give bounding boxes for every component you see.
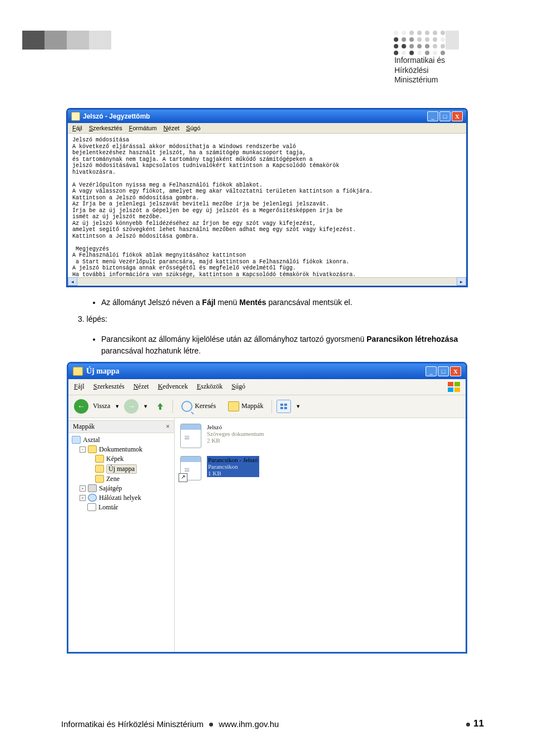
file-type: Szöveges dokumentum	[207, 430, 264, 437]
page-number: 11	[463, 718, 484, 729]
scroll-left-icon[interactable]: ◂	[68, 277, 77, 286]
computer-icon	[88, 484, 97, 492]
expand-icon[interactable]: +	[80, 495, 86, 501]
tree-node-pictures[interactable]: Képek	[72, 454, 171, 464]
instruction-bullet: Az állományt Jelszó néven a Fájl menü Me…	[101, 297, 467, 308]
file-item[interactable]: Jelszó Szöveges dokumentum 2 KB	[180, 424, 460, 448]
menu-item[interactable]: Súgó	[186, 125, 201, 131]
sidebar-title: Mappák	[73, 423, 95, 431]
shortcut-overlay-icon: ↗	[179, 473, 187, 482]
minimize-button[interactable]: _	[427, 111, 438, 121]
file-name: Parancsikon - Jelszó	[208, 456, 258, 463]
file-item-selected[interactable]: ↗ Parancsikon - Jelszó Parancsikon 1 KB	[180, 456, 460, 480]
page-footer: Informatikai és Hírközlési Minisztérium …	[61, 718, 484, 729]
tree-node-desktop[interactable]: Asztal	[72, 435, 171, 445]
up-button[interactable]	[152, 400, 168, 413]
tree-node-newfolder[interactable]: Új mappa	[72, 464, 171, 474]
collapse-icon[interactable]: -	[80, 446, 86, 453]
menu-item[interactable]: Eszközök	[197, 382, 223, 391]
file-list: Jelszó Szöveges dokumentum 2 KB ↗ Paranc…	[175, 418, 466, 652]
notepad-menu: Fájl Szerkesztés Formátum Nézet Súgó	[68, 123, 466, 134]
explorer-toolbar: ← Vissza ▼ → ▼ Keresés Mappák ▼	[68, 395, 466, 418]
notepad-window: Jelszó - Jegyzettömb _ □ X Fájl Szerkesz…	[67, 109, 467, 287]
folders-button[interactable]: Mappák	[224, 399, 267, 414]
org-name: Informatikai és Hírközlési Minisztérium	[394, 56, 445, 85]
recycle-icon	[87, 503, 96, 511]
close-button[interactable]: X	[452, 111, 463, 121]
header-dot-logo	[394, 31, 445, 57]
org-line: Minisztérium	[394, 75, 445, 85]
folder-tree: Asztal -Dokumentumok Képek Új mappa Zene…	[68, 433, 174, 514]
search-icon	[181, 401, 192, 412]
up-icon	[156, 402, 164, 411]
network-icon	[88, 494, 97, 502]
instruction-block: Parancsikont az állomány kijelölése után…	[89, 333, 467, 356]
folder-icon	[73, 367, 83, 376]
instruction-bullet: Parancsikont az állomány kijelölése után…	[101, 333, 467, 356]
file-size: 2 KB	[207, 437, 264, 444]
folder-icon	[88, 445, 97, 453]
instruction-block: Az állományt Jelszó néven a Fájl menü Me…	[89, 297, 467, 308]
file-type: Parancsikon	[208, 463, 258, 470]
org-line: Informatikai és	[394, 56, 445, 66]
desktop-icon	[72, 436, 81, 444]
explorer-sidebar: Mappák × Asztal -Dokumentumok Képek Új m…	[68, 418, 175, 652]
menu-item[interactable]: Kedvencek	[158, 382, 188, 391]
view-grid-icon	[280, 404, 287, 409]
minimize-button[interactable]: _	[426, 366, 437, 376]
folder-icon	[95, 455, 104, 463]
shortcut-file-icon: ↗	[180, 456, 201, 480]
menu-item[interactable]: Fájl	[74, 382, 85, 391]
tree-node-network[interactable]: +Hálózati helyek	[72, 493, 171, 503]
scroll-right-icon[interactable]: ▸	[457, 277, 466, 286]
step-label: 3. lépés:	[78, 315, 467, 323]
dot-bullet-icon	[466, 723, 470, 726]
tree-node-mycomputer[interactable]: +Sajátgép	[72, 484, 171, 493]
tree-node-music[interactable]: Zene	[72, 474, 171, 484]
menu-item[interactable]: Fájl	[72, 125, 82, 131]
page-header: Informatikai és Hírközlési Minisztérium	[22, 31, 512, 75]
notepad-text[interactable]: Jelszó módosítása A következő eljárással…	[68, 134, 466, 277]
maximize-button[interactable]: □	[438, 366, 449, 376]
maximize-button[interactable]: □	[439, 111, 451, 121]
notepad-icon	[71, 112, 80, 121]
menu-item[interactable]: Formátum	[129, 125, 157, 131]
explorer-menu: Fájl Szerkesztés Nézet Kedvencek Eszközö…	[68, 379, 466, 395]
notepad-title-text: Jelszó - Jegyzettömb	[83, 112, 150, 120]
menu-item[interactable]: Súgó	[231, 382, 245, 391]
explorer-titlebar: Új mappa _ □ X	[68, 364, 466, 379]
folder-icon	[95, 465, 104, 473]
expand-icon[interactable]: +	[80, 485, 86, 492]
explorer-window: Új mappa _ □ X Fájl Szerkesztés Nézet Ke…	[67, 362, 467, 654]
close-pane-icon[interactable]: ×	[166, 423, 170, 431]
org-line: Hírközlési	[394, 66, 445, 76]
back-label[interactable]: Vissza	[93, 402, 110, 410]
folder-icon	[95, 475, 104, 483]
folder-icon	[228, 401, 239, 411]
notepad-titlebar: Jelszó - Jegyzettömb _ □ X	[68, 110, 466, 123]
file-name: Jelszó	[207, 424, 264, 430]
tree-node-recycle[interactable]: Lomtár	[72, 503, 171, 512]
sidebar-header: Mappák ×	[68, 420, 174, 433]
menu-item[interactable]: Nézet	[164, 125, 180, 131]
views-button[interactable]	[276, 400, 291, 413]
header-right-square	[446, 31, 459, 50]
windows-logo-icon	[448, 382, 460, 392]
forward-button[interactable]: →	[124, 399, 139, 414]
file-size: 1 KB	[208, 470, 258, 477]
notepad-hscroll[interactable]: ◂ ▸	[68, 277, 466, 286]
dot-separator-icon	[209, 723, 213, 726]
menu-item[interactable]: Nézet	[134, 382, 149, 391]
text-file-icon	[180, 424, 201, 448]
back-button[interactable]: ←	[74, 399, 88, 414]
close-button[interactable]: X	[450, 366, 461, 376]
menu-item[interactable]: Szerkesztés	[89, 125, 122, 131]
menu-item[interactable]: Szerkesztés	[93, 382, 125, 391]
explorer-title-text: Új mappa	[86, 367, 120, 376]
search-button[interactable]: Keresés	[177, 399, 220, 414]
footer-text: Informatikai és Hírközlési Minisztérium …	[61, 719, 279, 729]
tree-node-documents[interactable]: -Dokumentumok	[72, 445, 171, 454]
